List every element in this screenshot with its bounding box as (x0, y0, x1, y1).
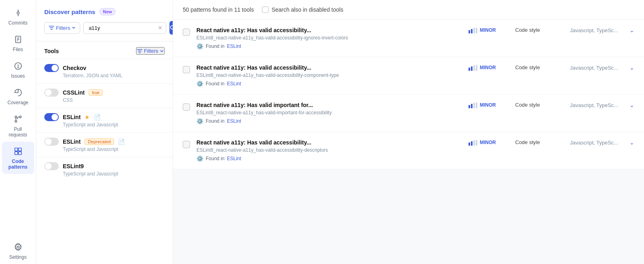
pattern-info-1: React native a11y: Has valid accessibili… (196, 27, 462, 50)
expand-button-3[interactable]: ⌄ (630, 102, 634, 108)
svg-point-9 (15, 116, 17, 118)
severity-bars-3 (469, 102, 477, 108)
svg-rect-13 (14, 148, 17, 151)
left-panel-header: Discover patterns New Filters ✕ (36, 0, 173, 41)
tools-label: Tools (44, 48, 59, 54)
severity-col-2: MINOR (469, 64, 509, 71)
sidebar-item-coverage[interactable]: Coverage (2, 83, 34, 109)
typescript-icon: 📄 (94, 114, 101, 120)
tool-item-eslint9[interactable]: ✕ ESLint9 TypeScript and Javascript (36, 157, 173, 182)
svg-point-10 (19, 116, 21, 118)
severity-col-1: MINOR (469, 27, 509, 33)
severity-bars-4 (469, 139, 477, 146)
bar (473, 103, 475, 108)
sidebar-item-coverage-label: Coverage (7, 100, 28, 105)
pattern-row: React native a11y: Has valid accessibili… (173, 20, 644, 57)
bar (471, 104, 473, 108)
pattern-id-1: ESLint8_react-native-a11y_has-valid-acce… (196, 35, 462, 41)
svg-point-17 (17, 246, 19, 248)
pattern-title-2: React native a11y: Has valid accessibili… (196, 64, 462, 71)
pattern-title-1: React native a11y: Has valid accessibili… (196, 27, 462, 33)
disabled-tools-checkbox[interactable] (262, 6, 268, 13)
eslint-toggle[interactable]: ✓ (44, 113, 59, 121)
checkov-name: Checkov (63, 65, 86, 71)
commits-icon (12, 7, 24, 19)
pattern-found-1: ⚙️ Found in ESLint (196, 43, 462, 50)
bar (469, 142, 470, 146)
pattern-info-4: React native a11y: Has valid accessibili… (196, 139, 462, 162)
expand-button-1[interactable]: ⌄ (630, 27, 634, 33)
found-tool-2[interactable]: ESLint (227, 81, 241, 87)
eslint9-sub: TypeScript and Javascript (63, 171, 165, 177)
bar (476, 28, 477, 33)
search-button[interactable] (169, 21, 173, 35)
eslint-sub: TypeScript and Javascript (63, 122, 165, 128)
filter-icon (49, 25, 54, 31)
disabled-label: Search also in disabled tools (272, 6, 343, 13)
csslint-toggle[interactable]: ✕ (44, 89, 59, 97)
patterns-list: React native a11y: Has valid accessibili… (173, 20, 644, 264)
found-tool-4[interactable]: ESLint (227, 156, 241, 161)
checkov-toggle[interactable]: ✓ (44, 64, 59, 72)
pattern-checkbox-4[interactable] (183, 141, 190, 148)
wrench-icon-3: ⚙️ (196, 118, 203, 124)
pattern-row: React native a11y: Has valid accessibili… (173, 132, 644, 169)
tool-row-eslint9: ✕ ESLint9 (44, 162, 165, 170)
lang-col-3: Javascript, TypeSc... ⌄ (570, 102, 634, 108)
found-tool-1[interactable]: ESLint (227, 43, 241, 49)
expand-button-4[interactable]: ⌄ (630, 139, 634, 146)
wrench-icon-1: ⚙️ (196, 43, 203, 50)
bar (469, 30, 470, 33)
pattern-checkbox-2[interactable] (183, 66, 190, 73)
csslint-deprecated: true (89, 89, 103, 96)
sidebar-item-pull-requests[interactable]: Pull requests (2, 109, 34, 142)
settings-icon (12, 241, 24, 253)
severity-col-4: MINOR (469, 139, 509, 146)
search-clear-button[interactable]: ✕ (158, 25, 163, 31)
pattern-title-4: React native a11y: Has valid accessibili… (196, 139, 462, 146)
tool-item-eslint-deprecated[interactable]: ✕ ESLint Deprecated 📄 TypeScript and Jav… (36, 132, 173, 157)
discover-title: Discover patterns (44, 8, 95, 15)
eslint-dep-badge: Deprecated (85, 138, 114, 145)
sidebar-item-code-patterns[interactable]: Code patterns (2, 142, 34, 174)
search-input[interactable] (87, 23, 158, 33)
sidebar-item-commits[interactable]: Commits (2, 3, 34, 30)
sidebar: Commits Files Issues (0, 0, 36, 264)
sidebar-item-issues[interactable]: Issues (2, 56, 34, 83)
eslint9-name: ESLint9 (63, 163, 84, 169)
sidebar-item-commits-label: Commits (8, 20, 27, 26)
tool-row-eslint: ✓ ESLint ★ 📄 (44, 113, 165, 121)
bar (471, 66, 473, 71)
severity-label-3: MINOR (480, 102, 496, 108)
sidebar-item-settings[interactable]: Settings (2, 237, 34, 264)
filter-icon-2 (137, 48, 142, 54)
tools-filters-button[interactable]: Filters (136, 47, 165, 55)
pattern-checkbox-3[interactable] (183, 103, 190, 111)
found-tool-3[interactable]: ESLint (227, 118, 241, 124)
bar (476, 65, 477, 71)
wrench-icon-2: ⚙️ (196, 80, 203, 87)
severity-label-2: MINOR (480, 65, 496, 70)
tool-item-checkov[interactable]: ✓ Checkov Terraform, JSON and YAML (36, 59, 173, 83)
pattern-title-3: React native a11y: Has valid important f… (196, 102, 462, 108)
eslint9-toggle[interactable]: ✕ (44, 162, 59, 170)
bar (473, 65, 475, 71)
csslint-name: CSSLint (63, 89, 85, 96)
tool-row-csslint: ✕ CSSLint true (44, 89, 165, 97)
sidebar-item-files[interactable]: Files (2, 30, 34, 56)
bar (476, 140, 477, 146)
sidebar-item-issues-label: Issues (11, 73, 25, 79)
sidebar-item-files-label: Files (13, 47, 23, 52)
pattern-found-3: ⚙️ Found in ESLint (196, 118, 462, 124)
lang-col-2: Javascript, TypeSc... ⌄ (570, 64, 634, 71)
pattern-checkbox-1[interactable] (183, 29, 190, 36)
filters-button[interactable]: Filters (44, 22, 80, 34)
bar (469, 68, 470, 71)
chevron-down-icon-2 (160, 49, 164, 53)
severity-label-4: MINOR (480, 140, 496, 145)
tool-item-csslint[interactable]: ✕ CSSLint true CSS (36, 83, 173, 108)
eslint-dep-toggle[interactable]: ✕ (44, 138, 59, 146)
expand-button-2[interactable]: ⌄ (630, 64, 634, 71)
tool-row: ✓ Checkov (44, 64, 165, 72)
tool-item-eslint[interactable]: ✓ ESLint ★ 📄 TypeScript and Javascript (36, 108, 173, 132)
